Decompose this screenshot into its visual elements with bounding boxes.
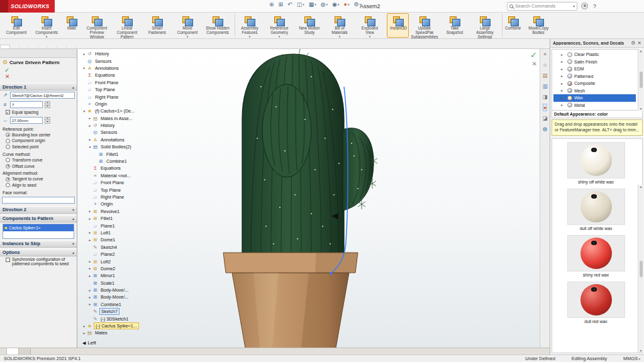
tree-item[interactable]: ▸ ⊞ Mirror1 [80, 272, 212, 279]
menu-item[interactable] [89, 4, 95, 8]
menu-item[interactable] [81, 4, 87, 8]
tree-item[interactable]: ▸ ⊞ Loft1 [80, 229, 212, 236]
ribbon-button[interactable]: Mate ▾ [62, 13, 81, 38]
expand-arrow-icon[interactable]: ▸ [87, 116, 92, 120]
tree-item[interactable]: ▱ Right Plane [80, 194, 212, 200]
help-icon[interactable]: ? [593, 3, 596, 9]
cancel-button[interactable]: ✕ [0, 74, 77, 82]
status-units-selector[interactable]: MMGS [623, 356, 640, 361]
task-pane-tab-icon[interactable]: « [543, 51, 547, 57]
appearance-swatch[interactable]: shiny off white wax [567, 142, 625, 184]
command-tab[interactable] [10, 46, 19, 48]
tree-item[interactable]: Σ Equations [80, 165, 212, 172]
spacing-stepper[interactable]: ▲▼ [45, 117, 50, 124]
ribbon-button[interactable]: Instant3D ▾ [387, 13, 409, 38]
appearance-category[interactable]: ▸ Mesh [553, 87, 636, 95]
tree-item[interactable]: Σ Equations [80, 72, 212, 79]
appearance-category[interactable]: ▸ Metal [553, 102, 636, 109]
expand-arrow-icon[interactable]: ▸ [561, 82, 565, 85]
expand-arrow-icon[interactable]: ▸ [561, 74, 565, 78]
section-direction1[interactable]: Direction 1▴ [0, 83, 77, 90]
ok-button[interactable]: ✓ [0, 67, 77, 74]
tree-item[interactable]: ◎ Sensors [80, 129, 212, 136]
task-pane-tab-icon[interactable]: ⌂ [543, 62, 547, 68]
window-control-button[interactable] [616, 0, 630, 13]
confirm-ok-icon[interactable]: ✓ [530, 51, 537, 59]
appearance-category[interactable]: ▸ Composite [553, 80, 636, 87]
tree-item[interactable]: ▸ ⊞ Loft2 [80, 258, 212, 265]
view-tool-icon[interactable]: ◫ [297, 1, 304, 8]
menu-item[interactable] [104, 4, 110, 8]
expand-arrow-icon[interactable]: ▸ [82, 52, 87, 56]
ribbon-button[interactable]: Move Component ▾ [173, 13, 202, 38]
appearance-category[interactable]: ▸ Wax [553, 94, 636, 102]
tree-item[interactable]: ▸ A Annotations [80, 136, 212, 143]
swatch-scrollbar[interactable]: ▲▼ [638, 185, 643, 353]
tree-item[interactable]: ▸ ⊞ Combine1 [80, 301, 212, 308]
radio-option[interactable]: Align to seed [0, 182, 77, 189]
menu-item[interactable] [58, 4, 65, 8]
window-control-button[interactable] [602, 0, 616, 13]
ribbon-button[interactable]: Linear Component Pattern ▾ [113, 13, 142, 38]
expand-arrow-icon[interactable]: ▸ [87, 124, 92, 128]
expand-arrow-icon[interactable]: ▸ [561, 103, 565, 107]
model-tab[interactable] [7, 348, 19, 354]
tree-item[interactable]: ✎ Sketch4 [80, 244, 212, 251]
tree-item[interactable]: ▸ ⊞ Fillet1 [80, 215, 212, 222]
tree-item[interactable]: ◎ Sensors [80, 57, 212, 64]
spacing-field[interactable]: 27.00mm [10, 117, 43, 124]
task-pane-tab-icon[interactable]: ▥ [542, 83, 547, 89]
section-components-to-pattern[interactable]: Components to Pattern▴ [0, 215, 77, 222]
expand-arrow-icon[interactable]: ▸ [87, 295, 92, 299]
expand-arrow-icon[interactable]: ▸ [87, 138, 92, 141]
expand-arrow-icon[interactable]: ▸ [87, 231, 92, 234]
expand-arrow-icon[interactable]: ▾ [87, 145, 92, 149]
instance-count-field[interactable]: 7 [10, 101, 43, 108]
user-account-icon[interactable] [581, 3, 588, 9]
command-tab[interactable] [38, 46, 48, 48]
command-tab[interactable] [48, 46, 57, 48]
task-pane-tab-icon[interactable]: ◨ [542, 94, 547, 100]
cactus-model[interactable] [242, 49, 377, 260]
expand-arrow-icon[interactable]: ▸ [82, 324, 87, 328]
ribbon-button[interactable]: Insert Components ▾ [32, 13, 61, 38]
tree-item[interactable]: ⊞ Combine1 [80, 158, 212, 165]
ribbon-button[interactable]: Combine ▾ [502, 13, 523, 38]
radio-option[interactable]: Bounding box center [0, 132, 77, 138]
expand-arrow-icon[interactable]: ▸ [87, 217, 92, 221]
tree-item[interactable]: ✎ (-) 3DSketch1 [80, 315, 212, 322]
tree-item[interactable]: ▱ Right Plane [80, 93, 212, 100]
confirm-cancel-icon[interactable]: ✕ [530, 60, 537, 67]
graphics-viewport[interactable]: ▸ ↺ History ◎ Sensors ▸ A Annotations Σ … [77, 49, 540, 348]
section-instances-to-skip[interactable]: Instances to Skip▾ [0, 240, 77, 248]
ribbon-button[interactable]: Move/Copy Bodies ▾ [524, 13, 553, 38]
tree-item[interactable]: ▾ ■ (f) Cactus<1> (De... [80, 107, 212, 114]
task-pane-tab-icon[interactable]: ▤ [542, 72, 547, 79]
ribbon-button[interactable]: Bill of Materials ▾ [325, 13, 354, 38]
appearance-category[interactable]: ▸ EDM [553, 65, 636, 73]
appearance-swatch[interactable]: dull red wax [567, 282, 625, 324]
tree-item[interactable]: ⊞ Fillet1 [80, 150, 212, 157]
ribbon-button[interactable]: Large Assembly Settings ▾ [470, 13, 499, 38]
view-tool-icon[interactable]: ⊕ [269, 1, 274, 8]
tree-scrollbar[interactable]: ▲▼ [638, 49, 643, 111]
task-pane-tab-icon[interactable]: ◍ [543, 126, 547, 132]
radio-option[interactable]: Component origin [0, 138, 77, 144]
expand-arrow-icon[interactable]: ▸ [87, 288, 92, 292]
expand-arrow-icon[interactable]: ▸ [561, 53, 565, 57]
expand-arrow-icon[interactable]: ▾ [82, 109, 87, 113]
expand-arrow-icon[interactable]: ▸ [87, 302, 92, 306]
expand-arrow-icon[interactable]: ▸ [87, 260, 92, 263]
expand-arrow-icon[interactable]: ▸ [87, 238, 92, 242]
menu-item[interactable] [74, 4, 80, 8]
synchronize-checkbox[interactable] [6, 258, 10, 262]
expand-arrow-icon[interactable]: ▸ [87, 274, 92, 278]
tree-item[interactable]: ▱ Plane1 [80, 222, 212, 229]
appearance-category[interactable]: ▸ Patterned [553, 73, 636, 80]
tree-item[interactable]: ✎ Sketch7 [80, 308, 212, 315]
expand-arrow-icon[interactable]: ▸ [87, 266, 92, 270]
synchronize-checkbox-row[interactable]: Synchronize configuration of patterned c… [0, 256, 77, 267]
close-icon[interactable]: ✕ [637, 40, 641, 46]
equal-spacing-checkbox[interactable] [6, 110, 10, 114]
search-input[interactable]: Search Commands ▾ [507, 2, 577, 11]
